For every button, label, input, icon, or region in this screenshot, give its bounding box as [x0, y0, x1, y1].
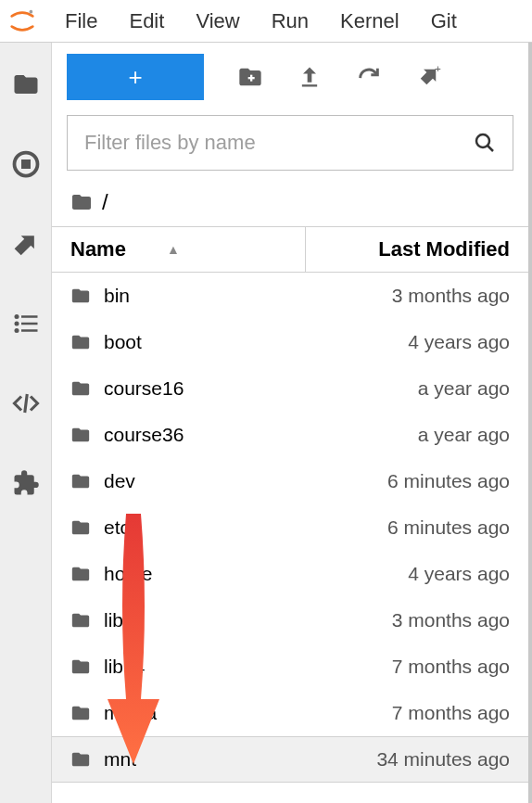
file-row[interactable]: course36 a year ago	[52, 412, 528, 458]
svg-rect-11	[250, 75, 252, 82]
file-name: dev	[104, 470, 387, 492]
file-name: lib	[104, 609, 392, 631]
svg-point-5	[14, 322, 19, 326]
file-list: bin 3 months ago boot 4 years ago course…	[52, 273, 528, 803]
file-row[interactable]: bin 3 months ago	[52, 273, 528, 319]
file-row[interactable]: home 4 years ago	[52, 551, 528, 597]
file-name: mnt	[104, 748, 376, 771]
menubar: File Edit View Run Kernel Git	[0, 0, 532, 43]
file-row[interactable]: media 7 months ago	[52, 690, 528, 736]
file-name: course16	[104, 377, 418, 400]
main: + + / Name ▲ Last Modified bin 3 months …	[0, 43, 532, 803]
file-modified: a year ago	[418, 377, 510, 400]
file-row[interactable]: boot 4 years ago	[52, 319, 528, 365]
svg-text:+: +	[435, 64, 441, 74]
jupyter-logo	[7, 6, 37, 36]
folder-icon	[70, 517, 91, 538]
file-browser: + + / Name ▲ Last Modified bin 3 months …	[52, 43, 532, 803]
svg-point-0	[30, 9, 33, 13]
refresh-icon[interactable]	[356, 64, 382, 90]
file-modified: 7 months ago	[392, 702, 510, 724]
svg-point-14	[476, 134, 489, 147]
git-clone-icon[interactable]: +	[415, 64, 441, 90]
folder-icon	[70, 564, 91, 584]
folder-icon	[70, 332, 91, 352]
file-modified: 4 years ago	[408, 331, 510, 353]
breadcrumb-path: /	[102, 189, 108, 215]
svg-line-9	[24, 394, 27, 413]
file-modified: 3 months ago	[392, 285, 510, 307]
svg-rect-2	[21, 159, 31, 169]
file-name: boot	[104, 331, 408, 353]
folder-icon	[70, 425, 91, 445]
list-icon[interactable]	[12, 310, 40, 338]
menu-view[interactable]: View	[183, 4, 252, 39]
file-modified: 7 months ago	[392, 656, 510, 678]
file-modified: 4 years ago	[408, 563, 510, 585]
svg-line-15	[488, 146, 493, 151]
file-row[interactable]: lib64 7 months ago	[52, 644, 528, 690]
code-icon[interactable]	[12, 389, 40, 417]
header-row: Name ▲ Last Modified	[52, 226, 528, 273]
svg-rect-4	[21, 315, 38, 318]
folder-icon	[70, 191, 93, 213]
file-modified: 34 minutes ago	[376, 748, 510, 771]
left-rail	[0, 43, 52, 803]
file-modified: 3 months ago	[392, 609, 510, 631]
file-row[interactable]: dev 6 minutes ago	[52, 458, 528, 504]
breadcrumb[interactable]: /	[52, 178, 528, 226]
svg-rect-12	[302, 84, 317, 86]
new-launcher-button[interactable]: +	[67, 54, 204, 100]
menu-file[interactable]: File	[52, 4, 110, 39]
folder-icon	[70, 656, 91, 677]
menu-run[interactable]: Run	[259, 4, 322, 39]
file-modified: 6 minutes ago	[387, 470, 510, 492]
folder-icon[interactable]	[12, 70, 40, 98]
folder-icon	[70, 471, 91, 491]
folder-icon	[70, 378, 91, 399]
file-name: home	[104, 563, 408, 585]
file-name: course36	[104, 424, 418, 446]
file-modified: 6 minutes ago	[387, 516, 510, 539]
git-branch-icon[interactable]	[12, 230, 40, 258]
file-name: bin	[104, 285, 392, 307]
svg-rect-8	[21, 329, 38, 332]
name-column-header[interactable]: Name ▲	[70, 227, 306, 272]
sort-ascending-icon: ▲	[167, 242, 180, 257]
file-row[interactable]: etc 6 minutes ago	[52, 504, 528, 551]
file-name: etc	[104, 516, 387, 539]
file-row[interactable]: lib 3 months ago	[52, 597, 528, 644]
svg-point-3	[14, 314, 19, 319]
menu-git[interactable]: Git	[418, 4, 470, 39]
folder-icon	[70, 703, 91, 723]
search-icon	[474, 132, 496, 154]
folder-icon	[70, 286, 91, 306]
filter-input[interactable]	[84, 131, 474, 155]
modified-column-header[interactable]: Last Modified	[306, 237, 510, 261]
file-row[interactable]: mnt 34 minutes ago	[52, 736, 528, 783]
svg-point-7	[14, 328, 19, 333]
toolbar: + +	[52, 43, 528, 111]
puzzle-icon[interactable]	[12, 469, 40, 497]
folder-icon	[70, 610, 91, 631]
menu-kernel[interactable]: Kernel	[327, 4, 412, 39]
folder-icon	[70, 749, 91, 770]
name-header-label: Name	[70, 237, 126, 261]
file-modified: a year ago	[418, 424, 510, 446]
upload-icon[interactable]	[297, 64, 323, 90]
file-row[interactable]: course16 a year ago	[52, 365, 528, 412]
stop-running-icon[interactable]	[12, 150, 40, 178]
svg-rect-6	[21, 323, 38, 325]
new-folder-icon[interactable]	[237, 64, 263, 90]
menu-edit[interactable]: Edit	[116, 4, 177, 39]
file-name: lib64	[104, 656, 392, 678]
file-name: media	[104, 702, 392, 724]
filter-box	[67, 115, 513, 171]
